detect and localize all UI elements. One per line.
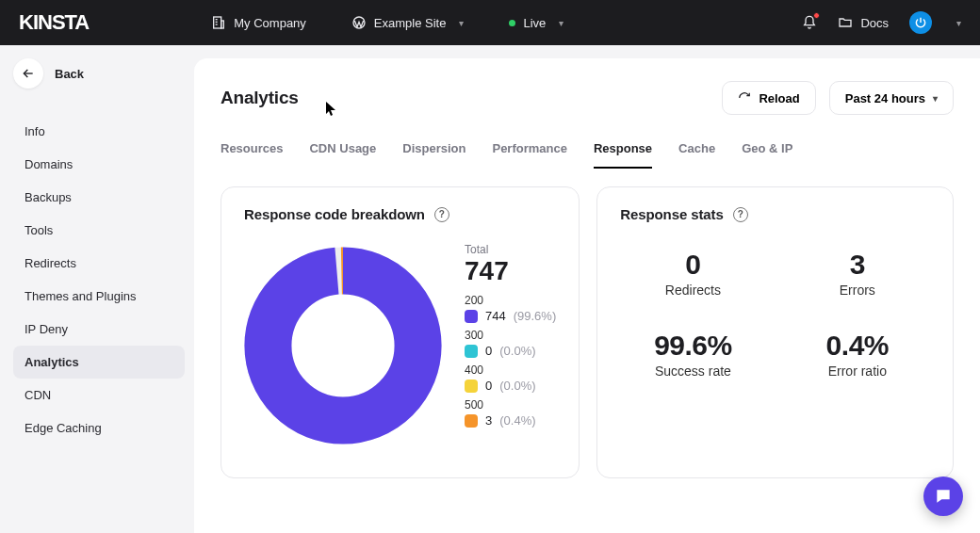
legend-code: 400 bbox=[465, 363, 556, 377]
response-breakdown-card: Response code breakdown ? Total 747 bbox=[220, 186, 580, 478]
tab-geo-ip[interactable]: Geo & IP bbox=[742, 134, 792, 169]
building-icon bbox=[211, 15, 226, 30]
legend-count: 0 bbox=[485, 344, 492, 358]
legend-code: 300 bbox=[465, 329, 556, 342]
docs-label: Docs bbox=[860, 16, 889, 30]
stat-value: 3 bbox=[785, 249, 930, 281]
chevron-down-icon: ▾ bbox=[559, 18, 564, 28]
legend-row-300: 3000(0.0%) bbox=[465, 329, 556, 358]
tab-cdn-usage[interactable]: CDN Usage bbox=[309, 134, 376, 169]
stat-error-ratio: 0.4%Error ratio bbox=[785, 330, 930, 379]
legend-code: 200 bbox=[465, 294, 556, 307]
reload-button[interactable]: Reload bbox=[722, 81, 815, 115]
topbar-right: Docs ▾ bbox=[802, 11, 961, 34]
legend-row-500: 5003(0.4%) bbox=[465, 398, 556, 428]
stats-grid: 0Redirects3Errors99.6%Success rate0.4%Er… bbox=[620, 249, 930, 379]
svg-rect-0 bbox=[214, 17, 221, 28]
stat-value: 0.4% bbox=[785, 330, 930, 362]
brand-logo[interactable]: KINSTA bbox=[19, 10, 89, 35]
donut-legend: Total 747 200744(99.6%)3000(0.0%)4000(0.… bbox=[465, 239, 556, 428]
sidebar-item-redirects[interactable]: Redirects bbox=[13, 247, 185, 280]
swatch-icon bbox=[465, 345, 478, 358]
avatar bbox=[909, 11, 932, 34]
legend-code: 500 bbox=[465, 398, 556, 412]
cursor-icon bbox=[326, 102, 337, 117]
stat-errors: 3Errors bbox=[785, 249, 930, 298]
chat-icon bbox=[934, 487, 953, 506]
topbar: KINSTA My Company Example Site ▾ Live ▾ … bbox=[0, 0, 980, 45]
docs-link[interactable]: Docs bbox=[838, 15, 889, 30]
arrow-left-icon bbox=[21, 66, 36, 81]
donut-chart bbox=[244, 247, 442, 444]
page-title: Analytics bbox=[220, 88, 299, 108]
swatch-icon bbox=[465, 414, 478, 428]
sidebar-nav: InfoDomainsBackupsToolsRedirectsThemes a… bbox=[13, 115, 185, 444]
reload-icon bbox=[738, 91, 751, 105]
stat-label: Errors bbox=[785, 283, 930, 298]
tab-performance[interactable]: Performance bbox=[492, 134, 566, 169]
legend-pct: (0.0%) bbox=[499, 344, 535, 358]
tab-resources[interactable]: Resources bbox=[220, 134, 283, 169]
back-label: Back bbox=[55, 67, 84, 81]
stat-label: Redirects bbox=[620, 283, 765, 298]
sidebar-item-cdn[interactable]: CDN bbox=[13, 379, 185, 412]
notifications-button[interactable] bbox=[802, 15, 817, 30]
environment-switcher[interactable]: Live ▾ bbox=[509, 16, 564, 30]
sidebar-item-edge-caching[interactable]: Edge Caching bbox=[13, 412, 185, 444]
tab-response[interactable]: Response bbox=[594, 134, 652, 169]
site-switcher[interactable]: Example Site ▾ bbox=[351, 15, 465, 30]
brand-text: KINSTA bbox=[19, 10, 89, 35]
legend-pct: (0.0%) bbox=[499, 379, 535, 393]
context-switcher: My Company Example Site ▾ Live ▾ bbox=[211, 15, 564, 30]
legend-count: 3 bbox=[485, 413, 492, 428]
total-label: Total bbox=[465, 243, 556, 256]
total-value: 747 bbox=[465, 256, 556, 286]
time-range-label: Past 24 hours bbox=[845, 91, 925, 105]
chevron-down-icon: ▾ bbox=[956, 18, 961, 28]
sidebar-item-analytics[interactable]: Analytics bbox=[13, 346, 185, 379]
chat-launcher[interactable] bbox=[923, 476, 963, 516]
info-icon[interactable]: ? bbox=[733, 207, 748, 222]
back-circle bbox=[13, 58, 43, 89]
reload-label: Reload bbox=[759, 91, 799, 105]
cards-row: Response code breakdown ? Total 747 bbox=[220, 186, 954, 478]
company-switcher[interactable]: My Company bbox=[211, 15, 306, 30]
notification-badge bbox=[813, 12, 820, 19]
legend-row-200: 200744(99.6%) bbox=[465, 294, 556, 323]
main: Analytics Reload Past 24 hours ▾ Resourc… bbox=[194, 58, 980, 533]
time-range-button[interactable]: Past 24 hours ▾ bbox=[829, 81, 954, 115]
env-label: Live bbox=[523, 16, 546, 30]
stat-value: 99.6% bbox=[620, 330, 765, 362]
chevron-down-icon: ▾ bbox=[459, 18, 464, 28]
legend-pct: (99.6%) bbox=[514, 309, 557, 323]
site-name: Example Site bbox=[374, 16, 447, 30]
info-icon[interactable]: ? bbox=[434, 207, 449, 222]
card-title: Response code breakdown bbox=[244, 206, 425, 222]
stat-label: Success rate bbox=[620, 363, 765, 379]
wordpress-icon bbox=[351, 15, 367, 30]
tab-dispersion[interactable]: Dispersion bbox=[402, 134, 466, 169]
sidebar: Back InfoDomainsBackupsToolsRedirectsThe… bbox=[0, 45, 194, 533]
folder-icon bbox=[838, 15, 853, 30]
analytics-tabs: ResourcesCDN UsageDispersionPerformanceR… bbox=[220, 134, 954, 170]
legend-count: 0 bbox=[485, 379, 492, 393]
swatch-icon bbox=[465, 380, 478, 393]
account-menu[interactable]: ▾ bbox=[909, 11, 961, 34]
sidebar-item-tools[interactable]: Tools bbox=[13, 214, 185, 247]
legend-pct: (0.4%) bbox=[499, 413, 535, 428]
stat-value: 0 bbox=[620, 249, 765, 281]
sidebar-item-themes-and-plugins[interactable]: Themes and Plugins bbox=[13, 280, 185, 313]
sidebar-item-ip-deny[interactable]: IP Deny bbox=[13, 313, 185, 346]
stat-success-rate: 99.6%Success rate bbox=[620, 330, 765, 379]
power-icon bbox=[914, 16, 927, 29]
sidebar-item-domains[interactable]: Domains bbox=[13, 148, 185, 181]
response-stats-card: Response stats ? 0Redirects3Errors99.6%S… bbox=[596, 186, 954, 478]
donut-svg bbox=[244, 247, 442, 444]
sidebar-item-info[interactable]: Info bbox=[13, 115, 185, 148]
sidebar-item-backups[interactable]: Backups bbox=[13, 181, 185, 214]
stat-redirects: 0Redirects bbox=[620, 249, 765, 298]
tab-cache[interactable]: Cache bbox=[678, 134, 715, 169]
card-title: Response stats bbox=[620, 206, 723, 222]
company-name: My Company bbox=[234, 16, 306, 30]
back-button[interactable]: Back bbox=[13, 58, 185, 89]
